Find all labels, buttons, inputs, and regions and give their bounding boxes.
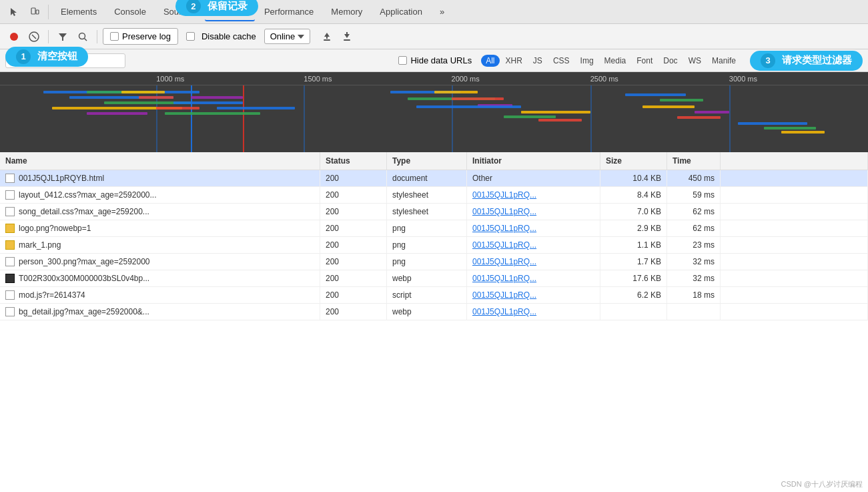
search-button[interactable] (74, 28, 91, 45)
row-0-name: 001J5QJL1pRQYB.html (0, 170, 320, 186)
filter-types: All XHR JS CSS Img Media Font Doc WS Man… (481, 55, 741, 67)
svg-marker-13 (344, 32, 350, 38)
filter-xhr-button[interactable]: XHR (501, 55, 527, 67)
filter-manifest-button[interactable]: Manife (707, 55, 741, 67)
svg-point-3 (10, 33, 18, 41)
request-table[interactable]: Name Status Type Initiator Size Time 001… (0, 152, 868, 492)
hide-data-urls-label: Hide data URLs (410, 55, 472, 65)
row-0-type: document (387, 170, 467, 186)
row-1-initiator[interactable]: 001J5QJL1pRQ... (467, 187, 600, 203)
table-row[interactable]: song_detail.css?max_age=259200... 200 st… (0, 204, 868, 220)
row-3-status: 200 (320, 220, 387, 236)
tab-sources[interactable]: Sources 2 保留记录 (155, 3, 203, 21)
row-6-icon (5, 274, 15, 283)
disable-cache-checkbox[interactable]: Disable cache (186, 31, 256, 41)
filter-ws-button[interactable]: WS (684, 55, 706, 67)
svg-line-8 (85, 38, 87, 41)
record-button[interactable] (5, 28, 23, 45)
clear-button[interactable] (25, 28, 43, 45)
row-3-initiator[interactable]: 001J5QJL1pRQ... (467, 220, 600, 236)
table-row[interactable]: bg_detail.jpg?max_age=2592000&... 200 we… (0, 304, 868, 320)
device-toggle-icon[interactable] (25, 3, 44, 21)
row-3-name: logo.png?nowebp=1 (0, 220, 320, 236)
timeline-area[interactable]: 1000 ms 1500 ms 2000 ms 2500 ms 3000 ms (0, 72, 868, 152)
table-row[interactable]: mod.js?r=2614374 200 script 001J5QJL1pRQ… (0, 287, 868, 304)
row-4-initiator[interactable]: 001J5QJL1pRQ... (467, 237, 600, 253)
row-2-initiator[interactable]: 001J5QJL1pRQ... (467, 204, 600, 220)
filter-doc-button[interactable]: Doc (659, 55, 682, 67)
filter-img-button[interactable]: Img (576, 55, 598, 67)
row-5-time: 32 ms (667, 254, 721, 270)
tab-application[interactable]: Application (372, 3, 430, 21)
row-8-status: 200 (320, 304, 387, 320)
row-8-initiator[interactable]: 001J5QJL1pRQ... (467, 304, 600, 320)
row-0-waterfall (721, 170, 868, 186)
filter-media-button[interactable]: Media (600, 55, 631, 67)
timeline-label-2500: 2500 ms (590, 75, 618, 83)
row-1-name: layout_0412.css?max_age=2592000... (0, 187, 320, 203)
row-4-icon (5, 240, 15, 250)
table-row[interactable]: logo.png?nowebp=1 200 png 001J5QJL1pRQ..… (0, 220, 868, 237)
divider-1 (48, 30, 49, 43)
annotation-1: 1 清空按钮 (5, 47, 88, 67)
filter-js-button[interactable]: JS (528, 55, 547, 67)
tab-more[interactable]: » (432, 3, 452, 21)
row-6-time: 32 ms (667, 270, 721, 286)
filter-css-button[interactable]: CSS (548, 55, 574, 67)
table-row[interactable]: 001J5QJL1pRQYB.html 200 document Other 1… (0, 170, 868, 187)
row-8-time (667, 304, 721, 320)
row-8-size (600, 304, 667, 320)
table-row[interactable]: T002R300x300M000003bSL0v4bp... 200 webp … (0, 270, 868, 287)
svg-marker-11 (324, 33, 330, 39)
row-4-time: 23 ms (667, 237, 721, 253)
row-0-size: 10.4 KB (600, 170, 667, 186)
row-6-size: 17.6 KB (600, 270, 667, 286)
preserve-log-checkbox[interactable]: Preserve log (103, 28, 178, 45)
row-2-name: song_detail.css?max_age=259200... (0, 204, 320, 220)
svg-marker-9 (298, 35, 304, 39)
filter-font-button[interactable]: Font (632, 55, 657, 67)
disable-cache-label: Disable cache (201, 31, 256, 41)
row-5-initiator[interactable]: 001J5QJL1pRQ... (467, 254, 600, 270)
import-button[interactable] (318, 28, 336, 45)
col-header-status: Status (320, 152, 387, 170)
col-header-type: Type (387, 152, 467, 170)
hide-data-urls-checkbox[interactable]: Hide data URLs (398, 55, 472, 65)
row-7-name: mod.js?r=2614374 (0, 287, 320, 303)
row-2-type: stylesheet (387, 204, 467, 220)
table-row[interactable]: person_300.png?max_age=2592000 200 png 0… (0, 254, 868, 270)
row-6-waterfall (721, 270, 868, 286)
tab-elements[interactable]: Elements (53, 3, 105, 21)
row-4-waterfall (721, 237, 868, 253)
row-6-status: 200 (320, 270, 387, 286)
col-header-waterfall (721, 152, 868, 170)
row-5-name: person_300.png?max_age=2592000 (0, 254, 320, 270)
filter-toggle-button[interactable] (54, 28, 71, 45)
annotation-3: 3 请求类型过滤器 (750, 51, 863, 71)
preserve-log-check (110, 32, 119, 41)
row-7-icon (5, 290, 15, 300)
row-5-waterfall (721, 254, 868, 270)
table-row[interactable]: mark_1.png 200 png 001J5QJL1pRQ... 1.1 K… (0, 237, 868, 254)
row-1-time: 59 ms (667, 187, 721, 203)
col-header-name: Name (0, 152, 320, 170)
row-7-initiator[interactable]: 001J5QJL1pRQ... (467, 287, 600, 303)
tab-memory[interactable]: Memory (323, 3, 370, 21)
row-8-name: bg_detail.jpg?max_age=2592000&... (0, 304, 320, 320)
row-4-type: png (387, 237, 467, 253)
export-button[interactable] (338, 28, 356, 45)
throttle-select[interactable]: Online (264, 29, 311, 44)
row-4-size: 1.1 KB (600, 237, 667, 253)
tab-console[interactable]: Console (106, 3, 154, 21)
col-header-initiator: Initiator (467, 152, 600, 170)
svg-point-7 (79, 33, 85, 39)
cursor-icon[interactable] (5, 3, 24, 21)
row-0-initiator: Other (467, 170, 600, 186)
row-5-icon (5, 257, 15, 266)
svg-rect-2 (36, 10, 39, 14)
row-2-status: 200 (320, 204, 387, 220)
tab-performance[interactable]: Performance (256, 3, 322, 21)
row-6-initiator[interactable]: 001J5QJL1pRQ... (467, 270, 600, 286)
table-row[interactable]: layout_0412.css?max_age=2592000... 200 s… (0, 187, 868, 204)
filter-all-button[interactable]: All (481, 55, 499, 67)
